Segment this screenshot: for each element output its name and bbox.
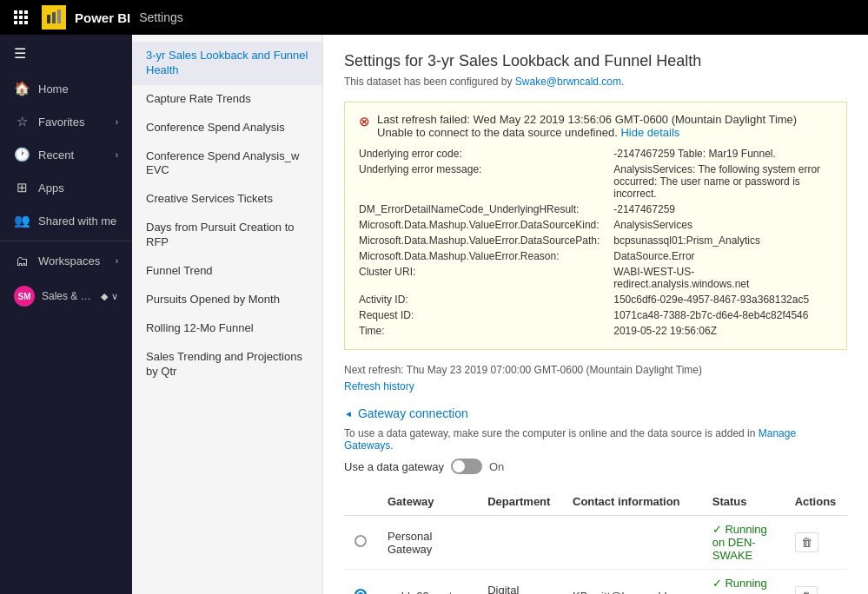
app-title: Power BI xyxy=(75,10,130,25)
sidebar: ☰ 🏠 Home ☆ Favorites › 🕐 Recent › ⊞ Apps… xyxy=(0,35,132,594)
gateway-section-label: Gateway connection xyxy=(358,406,468,420)
toggle-state: On xyxy=(489,460,504,473)
error-key: Underlying error message: xyxy=(359,162,613,201)
svg-rect-4 xyxy=(19,16,23,19)
gw-name: Personal Gateway xyxy=(377,516,477,570)
dataset-item-conference-evc[interactable]: Conference Spend Analysis_w EVC xyxy=(132,142,322,186)
sidebar-divider xyxy=(0,241,132,241)
dataset-item-3yr[interactable]: 3-yr Sales Lookback and Funnel Health xyxy=(132,42,322,85)
gateway-table-row: Personal Gateway ✓ Running on DEN-SWAKE … xyxy=(344,516,847,570)
error-table-row: DM_ErrorDetailNameCode_UnderlyingHResult… xyxy=(359,201,832,217)
configured-by-link[interactable]: Swake@brwncald.com xyxy=(515,76,621,88)
gateway-desc: To use a data gateway, make sure the com… xyxy=(344,427,847,452)
page-subtitle: This dataset has been configured by Swak… xyxy=(344,76,847,88)
error-key: Activity ID: xyxy=(359,292,613,307)
hamburger-menu[interactable]: ☰ xyxy=(0,35,132,72)
error-table-row: Underlying error code:-2147467259 Table:… xyxy=(359,146,832,162)
error-key: Microsoft.Data.Mashup.ValueError.DataSou… xyxy=(359,233,613,248)
svg-rect-10 xyxy=(52,12,56,23)
gateway-action-btn[interactable]: ⚙ xyxy=(795,586,818,594)
error-table-row: Microsoft.Data.Mashup.ValueError.DataSou… xyxy=(359,233,832,248)
diamond-icon: ◆ xyxy=(101,291,108,302)
error-table-row: Time:2019-05-22 19:56:06Z xyxy=(359,323,832,339)
workspace-icons: ◆ ∨ xyxy=(101,291,118,302)
gateway-toggle[interactable] xyxy=(451,459,482,474)
sidebar-item-apps[interactable]: ⊞ Apps xyxy=(0,171,132,204)
error-value: WABI-WEST-US-redirect.analysis.windows.n… xyxy=(613,264,832,292)
sidebar-label-shared: Shared with me xyxy=(38,214,118,228)
dataset-item-funnel[interactable]: Funnel Trend xyxy=(132,257,322,286)
recent-icon: 🕐 xyxy=(14,147,30,162)
datasets-list: 3-yr Sales Lookback and Funnel Health Ca… xyxy=(132,35,323,594)
dataset-item-days[interactable]: Days from Pursuit Creation to RFP xyxy=(132,214,322,257)
gw-name: prddg03west xyxy=(377,570,477,595)
error-table-row: Cluster URI:WABI-WEST-US-redirect.analys… xyxy=(359,264,832,292)
svg-rect-0 xyxy=(14,10,17,14)
dataset-item-sales-trending[interactable]: Sales Trending and Projections by Qtr xyxy=(132,343,322,386)
error-key: Microsoft.Data.Mashup.ValueError.DataSou… xyxy=(359,217,613,233)
error-header-text: Last refresh failed: Wed May 22 2019 13:… xyxy=(377,113,797,126)
svg-rect-1 xyxy=(19,10,23,14)
sidebar-label-recent: Recent xyxy=(38,148,107,162)
avatar: SM xyxy=(14,286,35,307)
dataset-item-pursuits[interactable]: Pursuits Opened by Month xyxy=(132,286,322,314)
shared-icon: 👥 xyxy=(14,213,30,228)
main-layout: ☰ 🏠 Home ☆ Favorites › 🕐 Recent › ⊞ Apps… xyxy=(0,35,868,594)
dataset-item-conference[interactable]: Conference Spend Analysis xyxy=(132,114,322,142)
error-value: AnalysisServices xyxy=(613,217,832,233)
subtitle-prefix: This dataset has been configured by xyxy=(344,76,512,88)
error-header-content: Last refresh failed: Wed May 22 2019 13:… xyxy=(377,113,797,139)
error-key: DM_ErrorDetailNameCode_UnderlyingHResult… xyxy=(359,201,613,217)
main-content: Settings for 3-yr Sales Lookback and Fun… xyxy=(323,35,868,594)
error-subheader: Unable to connect to the data source und… xyxy=(377,126,797,139)
error-value: AnalysisServices: The following system e… xyxy=(613,162,832,201)
refresh-history-link[interactable]: Refresh history xyxy=(344,380,414,393)
topbar-settings-label: Settings xyxy=(139,10,183,24)
dataset-item-rolling[interactable]: Rolling 12-Mo Funnel xyxy=(132,314,322,343)
chevron-down-icon: ∨ xyxy=(111,291,118,302)
gateway-section-header[interactable]: ◄ Gateway connection xyxy=(344,406,847,420)
sidebar-item-recent[interactable]: 🕐 Recent › xyxy=(0,138,132,171)
sidebar-item-workspaces[interactable]: 🗂 Workspaces › xyxy=(0,245,132,277)
error-header: ⊗ Last refresh failed: Wed May 22 2019 1… xyxy=(359,113,832,139)
svg-rect-5 xyxy=(24,16,28,19)
sidebar-label-home: Home xyxy=(38,82,118,96)
power-bi-logo xyxy=(42,5,66,30)
workspaces-icon: 🗂 xyxy=(14,254,30,268)
toggle-row: Use a data gateway On xyxy=(344,459,847,474)
sidebar-item-shared[interactable]: 👥 Shared with me xyxy=(0,204,132,237)
svg-rect-7 xyxy=(19,21,23,24)
gateway-action-btn[interactable]: 🗑 xyxy=(795,532,818,552)
sidebar-item-home[interactable]: 🏠 Home xyxy=(0,72,132,105)
waffle-icon[interactable] xyxy=(9,5,33,30)
topbar: Power BI Settings xyxy=(0,0,868,35)
next-refresh-text: Next refresh: Thu May 23 2019 07:00:00 G… xyxy=(344,364,847,376)
error-key: Request ID: xyxy=(359,307,613,323)
gateway-radio[interactable] xyxy=(354,535,367,547)
workspace-label: Sales & Mark... xyxy=(42,290,94,302)
dataset-item-creative[interactable]: Creative Services Tickets xyxy=(132,185,322,214)
gw-status: ✓ Running on DEN-SWAKE xyxy=(702,516,785,570)
error-key: Underlying error code: xyxy=(359,146,613,162)
hide-details-link[interactable]: Hide details xyxy=(620,126,679,139)
error-table-row: Activity ID:150c6df6-029e-4957-8467-93a3… xyxy=(359,292,832,307)
sidebar-item-favorites[interactable]: ☆ Favorites › xyxy=(0,105,132,138)
svg-rect-8 xyxy=(24,21,28,24)
toggle-knob xyxy=(453,460,465,472)
error-subheader-text: Unable to connect to the data source und… xyxy=(377,126,618,139)
error-header-main: Last refresh failed: Wed May 22 2019 13:… xyxy=(377,113,797,126)
gateway-radio[interactable] xyxy=(354,589,367,594)
error-table-row: Request ID:1071ca48-7388-2b7c-d6e4-8eb4c… xyxy=(359,307,832,323)
gateway-table-row: prddg03west Digital Services KBarritt@br… xyxy=(344,570,847,595)
gw-department: Digital Services xyxy=(477,570,562,595)
gw-col-select xyxy=(344,488,377,516)
error-key: Cluster URI: xyxy=(359,264,613,292)
toggle-label: Use a data gateway xyxy=(344,460,444,473)
workspace-item[interactable]: SM Sales & Mark... ◆ ∨ xyxy=(0,277,132,315)
error-key: Microsoft.Data.Mashup.ValueError.Reason: xyxy=(359,248,613,264)
gw-contact: KBarritt@brwncald.com xyxy=(562,570,702,595)
chevron-right-workspaces: › xyxy=(116,256,118,266)
dataset-item-capture[interactable]: Capture Rate Trends xyxy=(132,85,322,114)
gw-col-contact: Contact information xyxy=(562,488,702,516)
error-box: ⊗ Last refresh failed: Wed May 22 2019 1… xyxy=(344,102,847,350)
